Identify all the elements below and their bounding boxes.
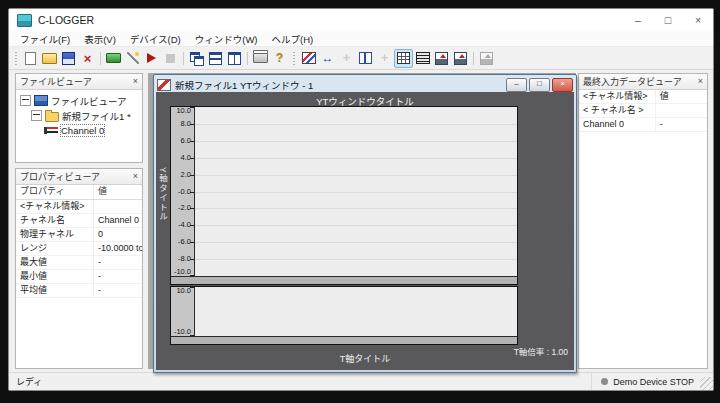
mdi-client-area[interactable]: 新規ファイル1 YTウィンドウ - 1 – □ × YTウィンドウタイトル Y軸… (148, 73, 576, 369)
help-icon[interactable] (270, 49, 289, 68)
right-column: 最終入力データビューア × <チャネル情報>値< チャネル名 >Channel … (578, 70, 713, 372)
tree-item-label: Channel 0 (61, 125, 104, 136)
window-title: C-LOGGER (38, 14, 94, 26)
menu-window[interactable]: ウィンドウ(W) (188, 32, 265, 46)
cell: 0 (94, 228, 142, 241)
t-axis-title: T軸タイトル (196, 352, 534, 365)
property-row[interactable]: 最小値- (16, 270, 142, 284)
minimize-button[interactable]: – (623, 9, 653, 31)
tile-horizontal-icon[interactable] (206, 49, 225, 68)
file-viewer-header[interactable]: ファイルビューア × (16, 74, 142, 90)
yt-maximize-button[interactable]: □ (529, 78, 550, 92)
main-chart: 10.08.06.04.02.0-0.0-2.0-4.0-6.0-8.0-10.… (170, 106, 518, 285)
save-file-icon[interactable] (59, 49, 78, 68)
cascade-windows-icon[interactable] (187, 49, 206, 68)
yt-window-title: 新規ファイル1 YTウィンドウ - 1 (175, 78, 313, 92)
toolbar-grip[interactable] (293, 52, 295, 65)
fit-horizontal-icon[interactable] (318, 49, 337, 68)
lastdata-row[interactable]: <チャネル情報>値 (579, 90, 707, 104)
property-row[interactable]: 物理チャネル0 (16, 228, 142, 242)
overview-plot[interactable] (195, 287, 517, 336)
gridline (195, 158, 517, 159)
property-row[interactable]: レンジ-10.0000 to 10.0... (16, 242, 142, 256)
lastdata-row[interactable]: < チャネル名 > (579, 104, 707, 118)
maximize-button[interactable]: □ (653, 9, 683, 31)
property-viewer-header[interactable]: プロパティビューア × (16, 169, 142, 185)
device-status-text: Demo Device STOP (613, 377, 694, 387)
yt-window-title-bar[interactable]: 新規ファイル1 YTウィンドウ - 1 – □ × (156, 77, 574, 92)
fit-vertical-icon[interactable] (356, 49, 375, 68)
tree-item-channel[interactable]: Channel 0 (18, 123, 140, 138)
gridline (195, 175, 517, 176)
start-measure-icon[interactable] (142, 49, 161, 68)
menu-view[interactable]: 表示(V) (77, 32, 123, 46)
yt-window-icon (157, 79, 171, 91)
pan-right-icon (375, 49, 394, 68)
gridline (195, 124, 517, 125)
tree-item-label: 新規ファイル1 * (62, 109, 131, 123)
cell: Channel 0 (94, 214, 142, 227)
tick-mark-icon (190, 141, 194, 142)
property-row[interactable]: 最大値- (16, 256, 142, 270)
yt-window-icon[interactable] (299, 49, 318, 68)
resize-grip[interactable] (700, 377, 713, 390)
title-bar[interactable]: C-LOGGER – □ × (9, 9, 713, 31)
overview-y-axis: 10.0-10.0 (171, 287, 195, 336)
last-data-viewer-header[interactable]: 最終入力データビューア × (579, 74, 707, 90)
cell: <チャネル情報> (579, 90, 656, 103)
main-y-axis: 10.08.06.04.02.0-0.0-2.0-4.0-6.0-8.0-10.… (171, 107, 195, 276)
cell: - (94, 284, 142, 297)
collapse-icon[interactable] (20, 95, 31, 106)
property-row[interactable]: <チャネル情報> (16, 200, 142, 214)
export-lower-icon[interactable] (451, 49, 470, 68)
column-header: プロパティ (16, 185, 94, 199)
cell: < チャネル名 > (579, 104, 656, 117)
delete-icon[interactable] (78, 49, 97, 68)
yt-close-button[interactable]: × (552, 78, 573, 92)
file-viewer-close-icon[interactable]: × (133, 77, 138, 86)
lastdata-row[interactable]: Channel 0- (579, 118, 707, 132)
tree-item-file[interactable]: 新規ファイル1 * (18, 108, 140, 123)
export-upper-icon[interactable] (432, 49, 451, 68)
cell: 平均値 (16, 284, 94, 297)
tick-mark-icon (190, 175, 194, 176)
y-tick-label: -10.0 (174, 268, 191, 276)
status-bar: レディ Demo Device STOP (9, 372, 713, 390)
yt-minimize-button[interactable]: – (506, 78, 527, 92)
device-wizard-icon[interactable] (123, 49, 142, 68)
app-icon (17, 14, 32, 27)
main-plot[interactable] (195, 107, 517, 276)
device-settings-icon[interactable] (104, 49, 123, 68)
toolbar-separator (473, 52, 474, 65)
grid-toggle-icon[interactable] (394, 49, 413, 68)
last-data-viewer-close-icon[interactable]: × (698, 77, 703, 86)
menu-device[interactable]: デバイス(D) (123, 32, 188, 46)
file-viewer-title: ファイルビューア (20, 75, 92, 88)
cell: 物理チャネル (16, 228, 94, 241)
tree-item-root[interactable]: ファイルビューア (18, 93, 140, 108)
tick-mark-icon (190, 242, 194, 243)
yt-window-controls: – □ × (506, 78, 573, 92)
left-column: ファイルビューア × ファイルビューア 新規ファイル1 * (9, 70, 146, 372)
property-viewer-close-icon[interactable]: × (133, 172, 138, 181)
pan-left-icon (337, 49, 356, 68)
gridline (195, 259, 517, 260)
close-button[interactable]: × (683, 9, 713, 31)
cell: 最大値 (16, 256, 94, 269)
property-row[interactable]: チャネル名Channel 0 (16, 214, 142, 228)
toolbar-grip[interactable] (15, 52, 17, 65)
collapse-icon[interactable] (31, 110, 42, 121)
status-text: レディ (16, 375, 42, 388)
tick-mark-icon (190, 275, 194, 276)
menu-file[interactable]: ファイル(F) (13, 32, 77, 46)
print-icon[interactable] (251, 49, 270, 68)
cell: - (94, 270, 142, 283)
content-area: ファイルビューア × ファイルビューア 新規ファイル1 * (9, 70, 713, 372)
data-table-icon[interactable] (413, 49, 432, 68)
open-file-icon[interactable] (40, 49, 59, 68)
cell (94, 200, 142, 213)
property-row[interactable]: 平均値- (16, 284, 142, 298)
new-file-icon[interactable] (21, 49, 40, 68)
tile-vertical-icon[interactable] (225, 49, 244, 68)
menu-help[interactable]: ヘルプ(H) (265, 32, 321, 46)
